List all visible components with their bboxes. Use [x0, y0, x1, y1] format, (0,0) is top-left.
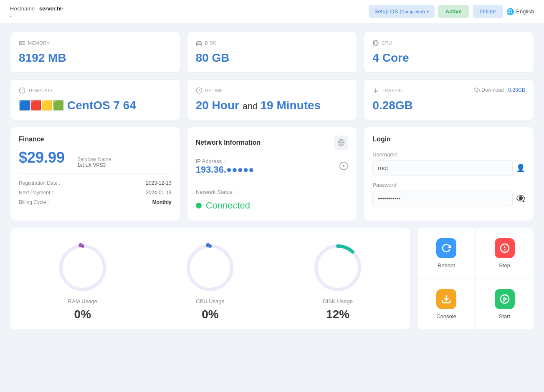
traffic-main: TRAFFIC 0.28GB	[372, 87, 413, 112]
globe-button[interactable]	[334, 136, 348, 150]
uptime-value: 20 Hour and 19 Minutes	[196, 99, 349, 112]
usage-card: RAM Usage 0% CPU Usage 0%	[10, 228, 410, 330]
uptime-card: UPTIME 20 Hour and 19 Minutes	[187, 79, 357, 120]
disk-icon	[196, 40, 202, 46]
network-header: Network Information	[196, 136, 349, 150]
ram-usage-gauge: RAM Usage 0%	[56, 241, 110, 321]
eye-hidden-icon[interactable]: 👁️‍🗨️	[516, 194, 525, 203]
disk-value: 80 GB	[196, 51, 349, 65]
disk-usage-gauge: DISK Usage 12%	[311, 241, 365, 321]
network-title: Network Information	[196, 139, 261, 146]
network-status-label: Network Status :	[196, 189, 349, 195]
uptime-label: UPTIME	[196, 87, 349, 94]
svg-rect-0	[19, 41, 25, 45]
svg-point-27	[61, 246, 104, 289]
stop-label: Stop	[499, 262, 510, 269]
hostname-sub: :	[10, 12, 63, 18]
disk-label: DISK	[196, 40, 349, 46]
console-icon	[436, 289, 456, 309]
main-content: MEMORY 8192 MB DISK 80 GB CPU 4 Core	[0, 23, 544, 338]
globe-lang-icon: 🌐	[506, 8, 514, 15]
cpu-icon	[372, 40, 379, 46]
template-icon	[19, 87, 25, 94]
reboot-label: Reboot	[438, 262, 455, 269]
stop-button[interactable]: Stop	[476, 228, 534, 279]
status-dot	[196, 203, 202, 209]
info-grid: Finance $29.99 Services Name 1st LX VPS3…	[10, 127, 534, 221]
username-input[interactable]	[372, 160, 513, 176]
ip-row: IP Address : 193.36.●●●●●	[196, 158, 349, 182]
language-button[interactable]: 🌐 English	[506, 8, 534, 15]
cpu-usage-label: CPU Usage	[196, 298, 225, 304]
dropdown-icon: ▾	[427, 9, 429, 14]
finance-top-row: $29.99 Services Name 1st LX VPS3	[19, 149, 172, 168]
console-label: Console	[436, 313, 456, 319]
download-icon	[474, 87, 480, 93]
finance-card: Finance $29.99 Services Name 1st LX VPS3…	[10, 127, 180, 221]
console-button[interactable]: Console	[417, 279, 476, 329]
memory-icon	[19, 40, 25, 46]
cpu-usage-value: 0%	[202, 308, 218, 321]
service-name-block: Services Name 1st LX VPS3	[77, 156, 111, 168]
user-icon: 👤	[516, 163, 525, 173]
svg-point-37	[501, 295, 509, 303]
ram-value: 0%	[74, 308, 91, 321]
template-card: TEMPLATE 🟦🟥🟨🟩 CentOS 7 64	[10, 79, 180, 120]
copy-ip-button[interactable]	[339, 161, 348, 172]
traffic-download: Download : 0.28GB	[474, 87, 525, 93]
header-actions: Setup OS (Completed) ▾ Active Online 🌐 E…	[369, 5, 534, 18]
traffic-icon	[372, 87, 379, 94]
usage-actions-row: RAM Usage 0% CPU Usage 0%	[10, 228, 534, 330]
stop-icon	[495, 238, 515, 258]
start-icon	[495, 289, 515, 309]
memory-value: 8192 MB	[19, 51, 172, 65]
traffic-card: TRAFFIC 0.28GB Download : 0.28GB	[364, 79, 534, 120]
traffic-label: TRAFFIC	[372, 87, 413, 94]
cpu-label: CPU	[372, 40, 525, 46]
network-card: Network Information IP Address : 193.36.…	[187, 127, 357, 221]
globe-icon	[337, 139, 345, 146]
login-card: Login Username 👤 Password 👁️‍🗨️	[364, 127, 534, 221]
login-title: Login	[372, 136, 525, 143]
traffic-value: 0.28GB	[372, 99, 413, 112]
hostname-label: Hostname server.hl-	[10, 5, 63, 12]
disk-usage-value: 12%	[326, 308, 349, 321]
template-value: 🟦🟥🟨🟩 CentOS 7 64	[19, 99, 172, 112]
start-label: Start	[499, 313, 510, 319]
copy-icon	[339, 161, 348, 171]
svg-point-35	[504, 250, 505, 250]
reboot-icon	[436, 238, 456, 258]
finance-details: Registration Date : 2023-12-13 Next Paym…	[19, 178, 172, 207]
hostname-section: Hostname server.hl- :	[10, 5, 63, 18]
uptime-icon	[196, 87, 202, 94]
setup-os-button[interactable]: Setup OS (Completed) ▾	[369, 5, 435, 18]
username-label: Username	[372, 151, 525, 158]
ram-label: RAM Usage	[68, 298, 97, 304]
password-label: Password	[372, 182, 525, 188]
finance-title: Finance	[19, 136, 172, 143]
cpu-card: CPU 4 Core	[364, 32, 534, 73]
svg-rect-10	[375, 42, 377, 44]
username-group: Username 👤	[372, 151, 525, 176]
disk-card: DISK 80 GB	[187, 32, 357, 73]
actions-card: Reboot Stop Console	[417, 228, 534, 330]
svg-rect-9	[374, 41, 378, 45]
header: Hostname server.hl- : Setup OS (Complete…	[0, 0, 544, 23]
password-group: Password 👁️‍🗨️	[372, 182, 525, 206]
svg-point-29	[188, 246, 232, 289]
cpu-value: 4 Core	[372, 51, 525, 65]
password-input[interactable]	[372, 191, 513, 206]
stats-grid-top: MEMORY 8192 MB DISK 80 GB CPU 4 Core	[10, 32, 534, 73]
active-button[interactable]: Active	[438, 5, 469, 18]
reboot-button[interactable]: Reboot	[417, 228, 476, 279]
template-label: TEMPLATE	[19, 87, 172, 94]
online-button[interactable]: Online	[473, 5, 504, 18]
memory-label: MEMORY	[19, 40, 172, 46]
disk-usage-label: DISK Usage	[323, 298, 353, 304]
ip-value: 193.36.●●●●●	[196, 164, 254, 175]
finance-price: $29.99	[19, 149, 65, 166]
start-button[interactable]: Start	[476, 279, 534, 329]
stats-grid-second: TEMPLATE 🟦🟥🟨🟩 CentOS 7 64 UPTIME 20 Hour…	[10, 79, 534, 120]
memory-card: MEMORY 8192 MB	[10, 32, 180, 73]
network-status: Connected	[196, 200, 349, 211]
